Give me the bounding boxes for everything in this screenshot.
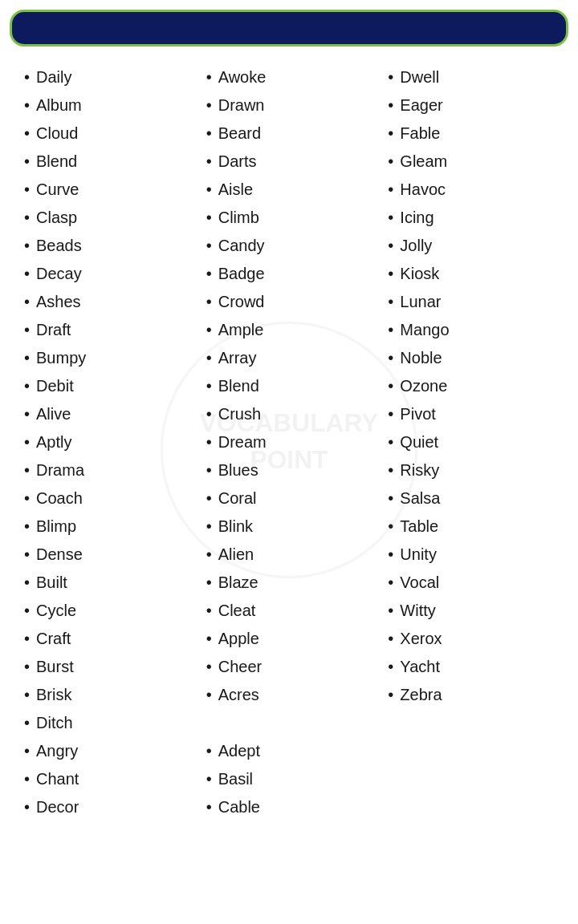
list-item: Acres (206, 680, 372, 708)
list-item: Cable (206, 792, 372, 821)
list-item: Cycle (24, 596, 190, 624)
list-item: Beads (24, 231, 190, 259)
list-item: Craft (24, 624, 190, 652)
list-item: Cheer (206, 652, 372, 680)
list-item: Daily (24, 63, 190, 91)
list-item: Angry (24, 736, 190, 764)
list-item: Blend (206, 371, 372, 399)
list-item: Xerox (388, 624, 554, 652)
list-item: Pivot (388, 399, 554, 428)
list-item: Salsa (388, 484, 554, 512)
list-item: Alive (24, 399, 190, 428)
list-item: Built (24, 568, 190, 596)
list-item: Darts (206, 147, 372, 175)
list-item: Curve (24, 175, 190, 203)
list-item: Icing (388, 203, 554, 231)
list-item: Burst (24, 652, 190, 680)
list-item: Ample (206, 315, 372, 343)
list-item: Debit (24, 371, 190, 399)
list-item: Zebra (388, 680, 554, 708)
list-item: Mango (388, 315, 554, 343)
list-item: Lunar (388, 287, 554, 315)
list-item: Alien (206, 540, 372, 568)
list-item: Adept (206, 736, 372, 764)
list-item: Dream (206, 428, 372, 456)
list-item: Blues (206, 456, 372, 484)
list-item: Awoke (206, 63, 372, 91)
list-item: Coach (24, 484, 190, 512)
list-item: Drawn (206, 91, 372, 119)
list-item: Bumpy (24, 343, 190, 371)
list-item: Unity (388, 540, 554, 568)
list-item: Risky (388, 456, 554, 484)
column-3: DwellEagerFableGleamHavocIcingJollyKiosk… (380, 63, 562, 821)
list-item: Climb (206, 203, 372, 231)
list-item: Badge (206, 259, 372, 287)
list-item: Gleam (388, 147, 554, 175)
list-item: Aisle (206, 175, 372, 203)
list-item: Decor (24, 792, 190, 821)
list-item: Vocal (388, 568, 554, 596)
list-item: Table (388, 512, 554, 540)
list-item: Blimp (24, 512, 190, 540)
list-item: Array (206, 343, 372, 371)
list-item: Havoc (388, 175, 554, 203)
list-item: Dense (24, 540, 190, 568)
list-item: Jolly (388, 231, 554, 259)
list-item: Draft (24, 315, 190, 343)
list-item: Brisk (24, 680, 190, 708)
word-columns: DailyAlbumCloudBlendCurveClaspBeadsDecay… (16, 63, 562, 821)
column-2: AwokeDrawnBeardDartsAisleClimbCandyBadge… (198, 63, 381, 821)
list-item: Ditch (24, 708, 190, 736)
list-item: Yacht (388, 652, 554, 680)
list-item: Noble (388, 343, 554, 371)
list-item: Album (24, 91, 190, 119)
list-item: Quiet (388, 428, 554, 456)
list-item: Clasp (24, 203, 190, 231)
list-item: Cleat (206, 596, 372, 624)
list-item: Apple (206, 624, 372, 652)
list-item: Blend (24, 147, 190, 175)
list-item: Beard (206, 119, 372, 147)
list-item: Coral (206, 484, 372, 512)
list-item: Dwell (388, 63, 554, 91)
list-item: Candy (206, 231, 372, 259)
list-item: Ozone (388, 371, 554, 399)
header (10, 10, 568, 47)
column-1: DailyAlbumCloudBlendCurveClaspBeadsDecay… (16, 63, 198, 821)
list-item: Crowd (206, 287, 372, 315)
list-item: Witty (388, 596, 554, 624)
list-item: Eager (388, 91, 554, 119)
list-item: Crush (206, 399, 372, 428)
list-item: Cloud (24, 119, 190, 147)
list-item: Blink (206, 512, 372, 540)
list-item: Blaze (206, 568, 372, 596)
list-item: Drama (24, 456, 190, 484)
list-item: Kiosk (388, 259, 554, 287)
list-item: Basil (206, 764, 372, 792)
list-item: Ashes (24, 287, 190, 315)
list-item: Aptly (24, 428, 190, 456)
list-item: Decay (24, 259, 190, 287)
list-item: Chant (24, 764, 190, 792)
list-item: Fable (388, 119, 554, 147)
